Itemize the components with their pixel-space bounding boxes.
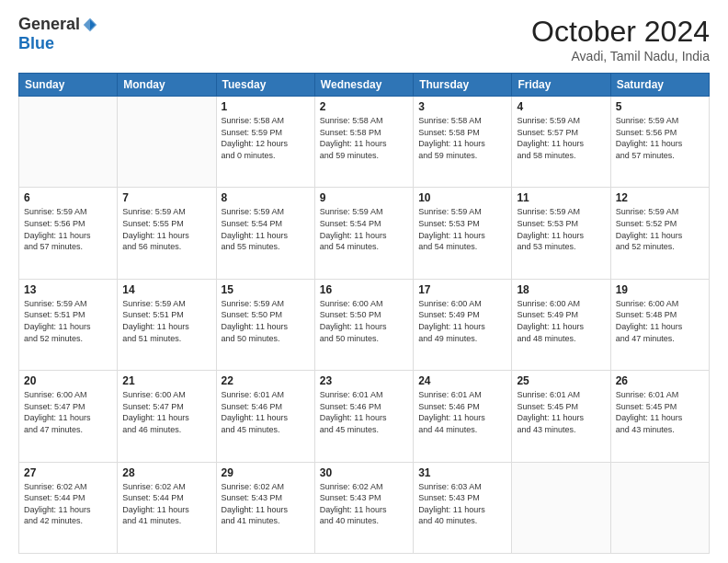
- day-info: Sunrise: 6:00 AM Sunset: 5:49 PM Dayligh…: [418, 298, 506, 344]
- calendar-week-row: 13Sunrise: 5:59 AM Sunset: 5:51 PM Dayli…: [19, 279, 710, 370]
- day-info: Sunrise: 6:00 AM Sunset: 5:47 PM Dayligh…: [24, 389, 112, 435]
- calendar-week-row: 20Sunrise: 6:00 AM Sunset: 5:47 PM Dayli…: [19, 371, 710, 462]
- day-number: 14: [122, 283, 210, 296]
- day-number: 26: [616, 374, 704, 387]
- day-number: 4: [517, 100, 605, 113]
- logo: General Blue: [18, 15, 98, 53]
- calendar-cell: 30Sunrise: 6:02 AM Sunset: 5:43 PM Dayli…: [314, 462, 413, 553]
- calendar-cell: 14Sunrise: 5:59 AM Sunset: 5:51 PM Dayli…: [118, 279, 216, 370]
- calendar-cell: 26Sunrise: 6:01 AM Sunset: 5:45 PM Dayli…: [610, 371, 709, 462]
- day-info: Sunrise: 5:59 AM Sunset: 5:56 PM Dayligh…: [24, 206, 112, 252]
- location: Avadi, Tamil Nadu, India: [531, 49, 710, 63]
- day-info: Sunrise: 6:03 AM Sunset: 5:43 PM Dayligh…: [418, 481, 506, 527]
- calendar-cell: 19Sunrise: 6:00 AM Sunset: 5:48 PM Dayli…: [610, 279, 709, 370]
- day-info: Sunrise: 6:00 AM Sunset: 5:49 PM Dayligh…: [517, 298, 605, 344]
- day-number: 27: [24, 466, 112, 479]
- calendar-cell: 23Sunrise: 6:01 AM Sunset: 5:46 PM Dayli…: [314, 371, 413, 462]
- day-info: Sunrise: 5:59 AM Sunset: 5:53 PM Dayligh…: [418, 206, 506, 252]
- day-number: 3: [418, 100, 506, 113]
- day-number: 29: [222, 466, 310, 479]
- calendar-cell: 31Sunrise: 6:03 AM Sunset: 5:43 PM Dayli…: [414, 462, 512, 553]
- day-number: 7: [122, 191, 210, 204]
- day-header-wednesday: Wednesday: [314, 74, 413, 97]
- day-info: Sunrise: 5:59 AM Sunset: 5:57 PM Dayligh…: [517, 115, 605, 161]
- calendar-cell: 12Sunrise: 5:59 AM Sunset: 5:52 PM Dayli…: [610, 188, 709, 279]
- calendar-cell: [19, 97, 118, 188]
- day-info: Sunrise: 6:01 AM Sunset: 5:46 PM Dayligh…: [320, 389, 408, 435]
- day-info: Sunrise: 6:01 AM Sunset: 5:45 PM Dayligh…: [616, 389, 704, 435]
- calendar-cell: 6Sunrise: 5:59 AM Sunset: 5:56 PM Daylig…: [19, 188, 118, 279]
- day-number: 23: [320, 374, 408, 387]
- day-info: Sunrise: 6:01 AM Sunset: 5:45 PM Dayligh…: [517, 389, 605, 435]
- day-number: 2: [320, 100, 408, 113]
- calendar-cell: 7Sunrise: 5:59 AM Sunset: 5:55 PM Daylig…: [118, 188, 216, 279]
- day-number: 17: [418, 283, 506, 296]
- day-header-saturday: Saturday: [610, 74, 709, 97]
- calendar-week-row: 6Sunrise: 5:59 AM Sunset: 5:56 PM Daylig…: [19, 188, 710, 279]
- day-info: Sunrise: 6:02 AM Sunset: 5:44 PM Dayligh…: [24, 481, 112, 527]
- day-header-thursday: Thursday: [414, 74, 512, 97]
- day-header-monday: Monday: [118, 74, 216, 97]
- day-number: 15: [222, 283, 310, 296]
- calendar-cell: 3Sunrise: 5:58 AM Sunset: 5:58 PM Daylig…: [414, 97, 512, 188]
- calendar-cell: 9Sunrise: 5:59 AM Sunset: 5:54 PM Daylig…: [314, 188, 413, 279]
- calendar-week-row: 27Sunrise: 6:02 AM Sunset: 5:44 PM Dayli…: [19, 462, 710, 553]
- day-header-sunday: Sunday: [19, 74, 118, 97]
- calendar-cell: 8Sunrise: 5:59 AM Sunset: 5:54 PM Daylig…: [216, 188, 314, 279]
- day-number: 1: [222, 100, 310, 113]
- day-info: Sunrise: 6:02 AM Sunset: 5:43 PM Dayligh…: [222, 481, 310, 527]
- day-info: Sunrise: 5:59 AM Sunset: 5:54 PM Dayligh…: [222, 206, 310, 252]
- day-number: 18: [517, 283, 605, 296]
- calendar-cell: 29Sunrise: 6:02 AM Sunset: 5:43 PM Dayli…: [216, 462, 314, 553]
- day-info: Sunrise: 6:00 AM Sunset: 5:48 PM Dayligh…: [616, 298, 704, 344]
- calendar-cell: 21Sunrise: 6:00 AM Sunset: 5:47 PM Dayli…: [118, 371, 216, 462]
- day-number: 19: [616, 283, 704, 296]
- day-header-friday: Friday: [512, 74, 610, 97]
- month-title: October 2024: [531, 15, 710, 49]
- day-number: 11: [517, 191, 605, 204]
- day-info: Sunrise: 5:59 AM Sunset: 5:54 PM Dayligh…: [320, 206, 408, 252]
- calendar-cell: 25Sunrise: 6:01 AM Sunset: 5:45 PM Dayli…: [512, 371, 610, 462]
- calendar-cell: [118, 97, 216, 188]
- calendar-header-row: SundayMondayTuesdayWednesdayThursdayFrid…: [19, 74, 710, 97]
- day-number: 24: [418, 374, 506, 387]
- calendar-cell: 28Sunrise: 6:02 AM Sunset: 5:44 PM Dayli…: [118, 462, 216, 553]
- day-info: Sunrise: 5:59 AM Sunset: 5:52 PM Dayligh…: [616, 206, 704, 252]
- day-info: Sunrise: 5:58 AM Sunset: 5:58 PM Dayligh…: [418, 115, 506, 161]
- day-info: Sunrise: 5:58 AM Sunset: 5:58 PM Dayligh…: [320, 115, 408, 161]
- day-number: 28: [122, 466, 210, 479]
- calendar-cell: 13Sunrise: 5:59 AM Sunset: 5:51 PM Dayli…: [19, 279, 118, 370]
- calendar-cell: 20Sunrise: 6:00 AM Sunset: 5:47 PM Dayli…: [19, 371, 118, 462]
- day-number: 16: [320, 283, 408, 296]
- calendar-cell: [610, 462, 709, 553]
- calendar-table: SundayMondayTuesdayWednesdayThursdayFrid…: [18, 73, 710, 554]
- day-number: 13: [24, 283, 112, 296]
- day-info: Sunrise: 5:59 AM Sunset: 5:51 PM Dayligh…: [122, 298, 210, 344]
- header: General Blue October 2024 Avadi, Tamil N…: [18, 15, 710, 63]
- calendar-cell: 17Sunrise: 6:00 AM Sunset: 5:49 PM Dayli…: [414, 279, 512, 370]
- day-number: 20: [24, 374, 112, 387]
- day-info: Sunrise: 6:02 AM Sunset: 5:44 PM Dayligh…: [122, 481, 210, 527]
- title-section: October 2024 Avadi, Tamil Nadu, India: [531, 15, 710, 63]
- day-info: Sunrise: 6:00 AM Sunset: 5:50 PM Dayligh…: [320, 298, 408, 344]
- day-number: 25: [517, 374, 605, 387]
- logo-blue: Blue: [18, 34, 54, 53]
- day-info: Sunrise: 5:59 AM Sunset: 5:53 PM Dayligh…: [517, 206, 605, 252]
- day-number: 9: [320, 191, 408, 204]
- day-info: Sunrise: 6:02 AM Sunset: 5:43 PM Dayligh…: [320, 481, 408, 527]
- day-info: Sunrise: 6:01 AM Sunset: 5:46 PM Dayligh…: [418, 389, 506, 435]
- day-number: 10: [418, 191, 506, 204]
- calendar-cell: 2Sunrise: 5:58 AM Sunset: 5:58 PM Daylig…: [314, 97, 413, 188]
- calendar-cell: 1Sunrise: 5:58 AM Sunset: 5:59 PM Daylig…: [216, 97, 314, 188]
- calendar-cell: 22Sunrise: 6:01 AM Sunset: 5:46 PM Dayli…: [216, 371, 314, 462]
- day-number: 12: [616, 191, 704, 204]
- calendar-cell: 4Sunrise: 5:59 AM Sunset: 5:57 PM Daylig…: [512, 97, 610, 188]
- day-info: Sunrise: 5:59 AM Sunset: 5:55 PM Dayligh…: [122, 206, 210, 252]
- logo-general: General: [18, 15, 80, 34]
- day-number: 8: [222, 191, 310, 204]
- calendar-cell: 10Sunrise: 5:59 AM Sunset: 5:53 PM Dayli…: [414, 188, 512, 279]
- calendar-cell: 5Sunrise: 5:59 AM Sunset: 5:56 PM Daylig…: [610, 97, 709, 188]
- day-number: 31: [418, 466, 506, 479]
- logo-icon: [82, 17, 98, 33]
- day-info: Sunrise: 5:59 AM Sunset: 5:51 PM Dayligh…: [24, 298, 112, 344]
